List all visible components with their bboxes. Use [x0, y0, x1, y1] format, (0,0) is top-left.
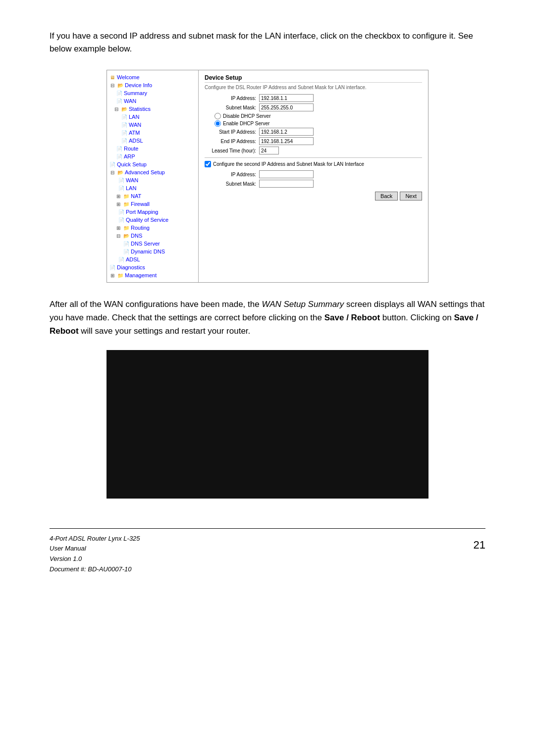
sidebar-item-lan-stat[interactable]: 📄 LAN: [107, 113, 198, 121]
folder-adv-icon: 📂: [117, 169, 124, 176]
start-ip-row: Start IP Address:: [205, 128, 422, 136]
sidebar-tree: 🖥 Welcome ⊟ 📂 Device Info 📄 Summary 📄 WA…: [107, 70, 199, 282]
sidebar-item-nat[interactable]: ⊞ 📁 NAT: [107, 192, 198, 200]
sidebar-item-summary[interactable]: 📄 Summary: [107, 89, 198, 97]
after-text-italic1: WAN Setup Summary: [262, 300, 344, 309]
second-ip-checkbox-label: Configure the second IP Address and Subn…: [213, 161, 364, 167]
lease-input[interactable]: [259, 147, 279, 154]
sidebar-item-dynamic-dns[interactable]: 📄 Dynamic DNS: [107, 248, 198, 255]
sidebar-item-wan-stat[interactable]: 📄 WAN: [107, 121, 198, 129]
page-lan-adv-icon: 📄: [118, 185, 125, 192]
sidebar-item-port-mapping[interactable]: 📄 Port Mapping: [107, 208, 198, 216]
page-port-icon: 📄: [118, 208, 125, 215]
page-adsl-adv-icon: 📄: [118, 256, 125, 263]
footer-document: Document #: BD-AU0007-10: [50, 564, 140, 575]
second-subnet-input[interactable]: [259, 180, 314, 188]
minus-dns-icon: ⊟: [115, 232, 122, 239]
sidebar-item-lan-adv[interactable]: 📄 LAN: [107, 184, 198, 192]
sidebar-item-qos[interactable]: 📄 Quality of Service: [107, 216, 198, 224]
page-wan-adv-icon: 📄: [118, 177, 125, 184]
start-ip-label: Start IP Address:: [205, 129, 259, 135]
second-subnet-label: Subnet Mask:: [205, 181, 259, 187]
plus-fw-icon: ⊞: [115, 201, 122, 207]
folder-stats-icon: 📂: [121, 105, 128, 112]
sidebar-item-statistics[interactable]: ⊟ 📂 Statistics: [107, 105, 198, 113]
start-ip-input[interactable]: [259, 128, 314, 136]
sidebar-item-welcome[interactable]: 🖥 Welcome: [107, 73, 198, 81]
sidebar-item-management[interactable]: ⊞ 📁 Management: [107, 271, 198, 279]
subnet-input[interactable]: [259, 103, 314, 111]
page-quick-icon: 📄: [109, 161, 116, 168]
page-icon-wan: 📄: [116, 98, 123, 104]
page-icon: 📄: [116, 90, 123, 97]
page-adsl-stat-icon: 📄: [121, 137, 128, 144]
intro-paragraph: If you have a second IP address and subn…: [50, 30, 485, 55]
sidebar-item-atm[interactable]: 📄 ATM: [107, 129, 198, 137]
description-text: Configure the DSL Router IP Address and …: [205, 85, 422, 90]
folder-mgmt-icon: 📁: [117, 272, 124, 279]
end-ip-row: End IP Address:: [205, 137, 422, 145]
monitor-icon: 🖥: [109, 74, 116, 81]
divider: [205, 157, 422, 158]
page-wan-icon: 📄: [121, 121, 128, 128]
plus-routing-icon: ⊞: [115, 224, 122, 231]
router-ui-panel: 🖥 Welcome ⊟ 📂 Device Info 📄 Summary 📄 WA…: [107, 70, 428, 283]
enable-dhcp-radio[interactable]: [214, 120, 221, 127]
sidebar-item-adsl-adv[interactable]: 📄 ADSL: [107, 255, 198, 263]
folder-nat-icon: 📁: [123, 193, 130, 200]
page-diag-icon: 📄: [109, 264, 116, 271]
page-ddns-icon: 📄: [123, 248, 130, 255]
next-button[interactable]: Next: [400, 192, 422, 201]
ip-label: IP Address:: [205, 96, 259, 101]
minus-icon: ⊟: [109, 82, 116, 89]
page-qos-icon: 📄: [118, 216, 125, 223]
sidebar-item-wan-top[interactable]: 📄 WAN: [107, 97, 198, 105]
footer-info: 4-Port ADSL Router Lynx L-325 User Manua…: [50, 534, 140, 575]
footer-divider: [50, 528, 485, 529]
second-subnet-row: Subnet Mask:: [205, 180, 422, 188]
second-ip-checkbox-row: Configure the second IP Address and Subn…: [205, 161, 422, 167]
sidebar-item-quick-setup[interactable]: 📄 Quick Setup: [107, 160, 198, 168]
ip-address-row: IP Address:: [205, 94, 422, 102]
after-text-part4: will save your settings and restart your…: [79, 326, 251, 336]
sidebar-item-adsl-stat[interactable]: 📄 ADSL: [107, 137, 198, 145]
lease-label: Leased Time (hour):: [205, 148, 259, 153]
folder-open-icon: 📂: [117, 82, 124, 89]
plus-mgmt-icon: ⊞: [109, 272, 116, 279]
sidebar-item-routing[interactable]: ⊞ 📁 Routing: [107, 224, 198, 232]
minus-adv-icon: ⊟: [109, 169, 116, 176]
ip-input[interactable]: [259, 94, 314, 102]
folder-fw-icon: 📁: [123, 201, 130, 207]
sidebar-item-arp[interactable]: 📄 ARP: [107, 152, 198, 160]
sidebar-item-dns-server[interactable]: 📄 DNS Server: [107, 240, 198, 248]
page-lan-icon: 📄: [121, 113, 128, 120]
lease-time-row: Leased Time (hour):: [205, 147, 422, 154]
end-ip-input[interactable]: [259, 137, 314, 145]
wan-summary-screenshot: [107, 350, 428, 499]
sidebar-item-wan-adv[interactable]: 📄 WAN: [107, 176, 198, 184]
subnet-label: Subnet Mask:: [205, 105, 259, 110]
main-content-area: Device Setup Configure the DSL Router IP…: [199, 70, 428, 282]
second-ip-checkbox[interactable]: [205, 161, 211, 167]
button-row: Back Next: [205, 192, 422, 201]
page-atm-icon: 📄: [121, 129, 128, 136]
sidebar-item-diagnostics[interactable]: 📄 Diagnostics: [107, 263, 198, 271]
enable-dhcp-label: Enable DHCP Server: [223, 121, 269, 126]
back-button[interactable]: Back: [375, 192, 398, 201]
sidebar-item-route[interactable]: 📄 Route: [107, 145, 198, 152]
enable-dhcp-row: Enable DHCP Server: [214, 120, 422, 127]
after-paragraph: After all of the WAN configurations have…: [50, 298, 485, 338]
sidebar-item-advanced-setup[interactable]: ⊟ 📂 Advanced Setup: [107, 168, 198, 176]
disable-dhcp-label: Disable DHCP Server: [223, 113, 271, 119]
second-ip-input[interactable]: [259, 170, 314, 178]
disable-dhcp-radio[interactable]: [214, 113, 221, 119]
second-ip-label: IP Address:: [205, 172, 259, 177]
second-ip-row: IP Address:: [205, 170, 422, 178]
footer-version: Version 1.0: [50, 554, 140, 564]
sidebar-item-device-info[interactable]: ⊟ 📂 Device Info: [107, 81, 198, 89]
footer-model: 4-Port ADSL Router Lynx L-325: [50, 534, 140, 544]
sidebar-item-firewall[interactable]: ⊞ 📁 Firewall: [107, 200, 198, 208]
page-arp-icon: 📄: [116, 153, 123, 160]
sidebar-item-dns[interactable]: ⊟ 📂 DNS: [107, 232, 198, 240]
disable-dhcp-row: Disable DHCP Server: [214, 113, 422, 119]
